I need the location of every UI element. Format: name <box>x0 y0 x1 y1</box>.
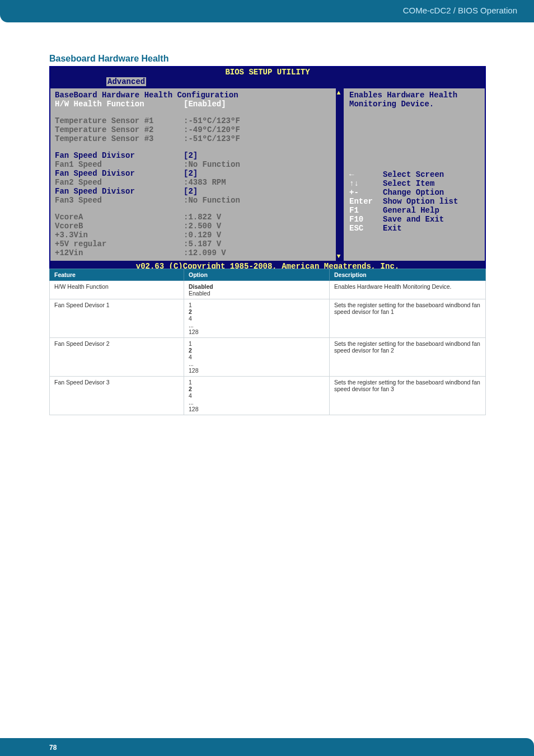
option-value: 1 <box>189 340 325 347</box>
td-description: Sets the register setting for the basebo… <box>330 377 486 415</box>
bios-setting-label: H/W Health Function <box>55 100 184 109</box>
bios-nav-key: ← <box>349 170 383 179</box>
section-title: Baseboard Hardware Health <box>49 54 168 64</box>
bios-nav-row: ←Select Screen <box>349 170 479 179</box>
th-description: Description <box>330 269 486 281</box>
td-option: 124...128 <box>184 299 330 338</box>
bios-nav-text: Show Option list <box>383 197 479 206</box>
bios-nav-key: Enter <box>349 197 383 206</box>
bios-left-pane: BaseBoard Hardware Health Configuration … <box>50 88 341 261</box>
bios-help-text: Enables Hardware Health Monitoring Devic… <box>349 91 479 109</box>
bios-setting-row: Fan Speed Divisor[2] <box>55 169 337 178</box>
bios-nav-row: +-Change Option <box>349 188 479 197</box>
option-value: 1 <box>189 379 325 386</box>
bios-screenshot: BIOS SETUP UTILITY Advanced BaseBoard Ha… <box>49 66 486 273</box>
bios-blank-row <box>55 109 337 116</box>
option-value: 4 <box>189 315 325 322</box>
bios-setting-value: :4383 RPM <box>184 178 337 187</box>
bios-setting-row: VcoreB:2.500 V <box>55 222 337 231</box>
option-value: 128 <box>189 367 325 374</box>
bios-setting-value: :0.129 V <box>184 231 337 240</box>
td-option: 124...128 <box>184 377 330 415</box>
bios-setting-label: +3.3Vin <box>55 231 184 240</box>
bios-setting-row: H/W Health Function[Enabled] <box>55 100 337 109</box>
option-value: 128 <box>189 328 325 335</box>
bios-setting-label: +12Vin <box>55 248 184 257</box>
bios-nav-text: Save and Exit <box>383 215 479 224</box>
option-value: 2 <box>189 347 325 354</box>
bios-setting-value: :2.500 V <box>184 222 337 231</box>
bios-setting-value: :-51ºC/123ºF <box>184 116 337 125</box>
td-description: Enables Hardware Health Monitoring Devic… <box>330 281 486 299</box>
bios-nav-row: F1General Help <box>349 206 479 215</box>
table-row: Fan Speed Devisor 2124...128Sets the reg… <box>50 338 486 377</box>
bios-setting-value: [2] <box>184 187 337 196</box>
bios-setting-row: +3.3Vin:0.129 V <box>55 231 337 240</box>
bios-nav-row: EnterShow Option list <box>349 197 479 206</box>
bios-setting-row: Fan1 Speed:No Function <box>55 160 337 169</box>
bios-nav-key: ESC <box>349 224 383 233</box>
option-value: 128 <box>189 406 325 412</box>
bios-setting-value: :-49ºC/120ºF <box>184 125 337 134</box>
bios-nav-row: F10Save and Exit <box>349 215 479 224</box>
td-feature: Fan Speed Devisor 2 <box>50 338 184 377</box>
bios-tabs: Advanced <box>50 77 485 87</box>
feature-table: Feature Option Description H/W Health Fu… <box>49 269 486 415</box>
option-value: 4 <box>189 392 325 399</box>
td-feature: H/W Health Function <box>50 281 184 299</box>
bios-scrollbar: ▲ ▼ <box>336 88 341 261</box>
option-value: ... <box>189 322 325 328</box>
bios-setting-label: Temperature Sensor #1 <box>55 116 184 125</box>
bios-setting-row: Fan3 Speed:No Function <box>55 196 337 205</box>
bios-nav-text: Exit <box>383 224 479 233</box>
bios-setting-row: Fan Speed Divisor[2] <box>55 187 337 196</box>
bios-nav-help: ←Select Screen↑↓Select Item+-Change Opti… <box>349 170 479 233</box>
bios-setting-label: Fan3 Speed <box>55 196 184 205</box>
option-value: Enabled <box>189 290 325 297</box>
page-header-bar: COMe-cDC2 / BIOS Operation <box>0 0 534 22</box>
td-description: Sets the register setting for the basebo… <box>330 299 486 338</box>
page-number: 78 <box>49 744 57 752</box>
table-header-row: Feature Option Description <box>50 269 486 281</box>
page-footer-bar: 78 <box>0 738 534 756</box>
bios-setting-value: :1.822 V <box>184 213 337 222</box>
bios-setting-row: +12Vin:12.099 V <box>55 248 337 257</box>
table-row: Fan Speed Devisor 1124...128Sets the reg… <box>50 299 486 338</box>
option-value: 2 <box>189 308 325 315</box>
bios-nav-text: Change Option <box>383 188 479 197</box>
option-value: ... <box>189 360 325 367</box>
option-value: Disabled <box>189 283 325 290</box>
bios-nav-key: F10 <box>349 215 383 224</box>
option-value: 1 <box>189 302 325 308</box>
td-option: DisabledEnabled <box>184 281 330 299</box>
bios-setting-value: :-51ºC/123ºF <box>184 134 337 143</box>
scroll-up-icon: ▲ <box>337 90 341 96</box>
th-option: Option <box>184 269 330 281</box>
bios-setting-row: Temperature Sensor #3:-51ºC/123ºF <box>55 134 337 143</box>
bios-setting-label: Fan1 Speed <box>55 160 184 169</box>
bios-setting-label: Fan Speed Divisor <box>55 187 184 196</box>
scroll-down-icon: ▼ <box>337 253 341 260</box>
bios-setting-row: Temperature Sensor #1:-51ºC/123ºF <box>55 116 337 125</box>
bios-setting-label: Temperature Sensor #3 <box>55 134 184 143</box>
td-description: Sets the register setting for the basebo… <box>330 338 486 377</box>
bios-setting-label: VcoreB <box>55 222 184 231</box>
bios-nav-key: F1 <box>349 206 383 215</box>
bios-setting-label: Fan2 Speed <box>55 178 184 187</box>
bios-right-pane: Enables Hardware Health Monitoring Devic… <box>341 88 485 261</box>
bios-setting-value: [2] <box>184 151 337 160</box>
bios-blank-row <box>55 143 337 151</box>
bios-setting-label: Fan Speed Divisor <box>55 169 184 178</box>
bios-setting-label: VcoreA <box>55 213 184 222</box>
table-row: Fan Speed Devisor 3124...128Sets the reg… <box>50 377 486 415</box>
bios-setting-row: +5V regular:5.187 V <box>55 240 337 248</box>
bios-setting-value: :No Function <box>184 196 337 205</box>
bios-setting-value: [Enabled] <box>184 100 337 109</box>
bios-setting-label: Fan Speed Divisor <box>55 151 184 160</box>
bios-pane-header-label: BaseBoard Hardware Health Configuration <box>55 91 337 100</box>
bios-setting-value: [2] <box>184 169 337 178</box>
bios-setting-value: :5.187 V <box>184 240 337 248</box>
bios-tab-advanced: Advanced <box>106 77 146 86</box>
bios-nav-row: ESCExit <box>349 224 479 233</box>
bios-nav-key: ↑↓ <box>349 179 383 188</box>
